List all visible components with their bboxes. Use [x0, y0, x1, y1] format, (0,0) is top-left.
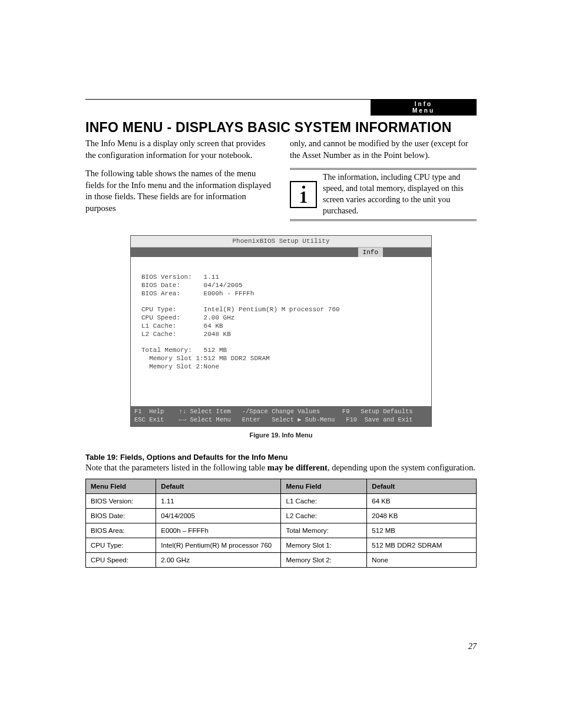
intro-p2: The following table shows the names of t… [85, 168, 272, 214]
page-title: INFO MENU - DISPLAYS BASIC SYSTEM INFORM… [85, 120, 477, 136]
figure-caption: Figure 19. Info Menu [85, 431, 477, 439]
table-cell: E000h – FFFFh [156, 523, 281, 538]
table-cell: None [367, 552, 477, 567]
page-number: 27 [468, 642, 477, 651]
table-cell: L1 Cache: [281, 493, 367, 508]
fields-table: Menu Field Default Menu Field Default BI… [85, 479, 477, 568]
th-default-1: Default [156, 479, 281, 493]
table-cell: 2048 KB [367, 508, 477, 523]
intro-p3: only, and cannot be modified by the user… [290, 138, 477, 161]
bios-window-title: PhoenixBIOS Setup Utility [131, 236, 431, 248]
bios-screenshot: PhoenixBIOS Setup Utility Info BIOS Vers… [130, 235, 432, 427]
table-cell: CPU Speed: [86, 552, 156, 567]
table-title: Table 19: Fields, Options and Defaults f… [85, 453, 477, 462]
table-cell: L2 Cache: [281, 508, 367, 523]
table-cell: Intel(R) Pentium(R) M processor 760 [156, 538, 281, 552]
info-note-text: The information, including CPU type and … [323, 172, 477, 217]
table-cell: CPU Type: [86, 538, 156, 552]
info-icon: 1 [290, 181, 317, 208]
table-cell: 1.11 [156, 493, 281, 508]
bios-tab-bar: Info [131, 248, 431, 257]
bios-body: BIOS Version: 1.11 BIOS Date: 04/14/2005… [131, 257, 431, 406]
bios-footer: F1 Help ↑↓ Select Item -/Space Change Va… [131, 406, 431, 426]
th-menu-field-2: Menu Field [281, 479, 367, 493]
table-cell: 512 MB DDR2 SDRAM [367, 538, 477, 552]
table-cell: BIOS Version: [86, 493, 156, 508]
table-cell: BIOS Date: [86, 508, 156, 523]
intro-p1: The Info Menu is a display only screen t… [85, 138, 272, 161]
bios-footer-line1: F1 Help ↑↓ Select Item -/Space Change Va… [134, 408, 413, 415]
table-cell: BIOS Area: [86, 523, 156, 538]
table-cell: 04/14/2005 [156, 508, 281, 523]
bios-footer-line2: ESC Exit ←→ Select Menu Enter Select ▶ S… [134, 416, 413, 423]
table-note-prefix: Note that the parameters listed in the f… [85, 463, 267, 472]
header-section-tag: Info Menu [371, 99, 477, 116]
table-cell: Memory Slot 2: [281, 552, 367, 567]
table-cell: 512 MB [367, 523, 477, 538]
table-cell: 2.00 GHz [156, 552, 281, 567]
table-cell: 64 KB [367, 493, 477, 508]
th-menu-field-1: Menu Field [86, 479, 156, 493]
th-default-2: Default [367, 479, 477, 493]
bios-tab-active: Info [358, 248, 383, 257]
table-note-suffix: , depending upon the system configuratio… [328, 463, 475, 472]
table-note-emph: may be different [267, 463, 328, 472]
table-cell: Memory Slot 1: [281, 538, 367, 552]
table-note: Note that the parameters listed in the f… [85, 463, 477, 473]
table-cell: Total Memory: [281, 523, 367, 538]
